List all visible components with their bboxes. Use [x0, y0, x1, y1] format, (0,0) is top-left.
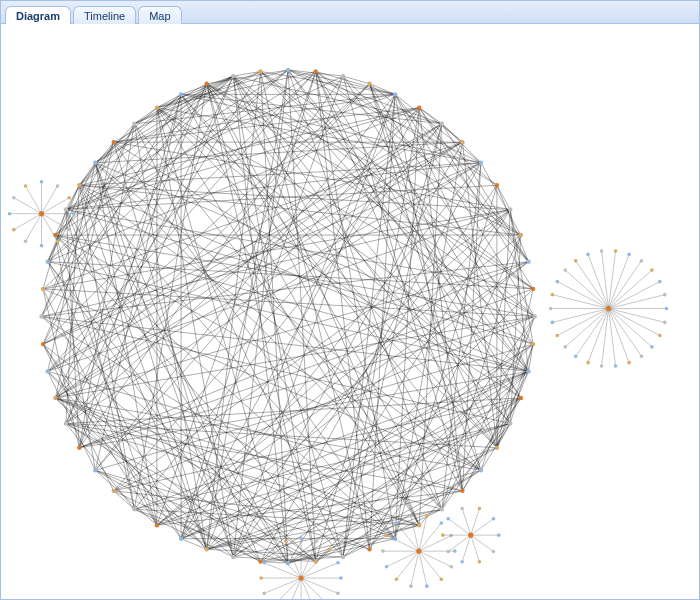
svg-point-429 — [67, 196, 71, 200]
svg-point-367 — [519, 396, 523, 400]
svg-line-287 — [207, 71, 261, 549]
svg-line-145 — [233, 76, 533, 289]
svg-point-400 — [132, 121, 136, 125]
svg-point-369 — [495, 445, 499, 449]
svg-point-368 — [508, 421, 512, 425]
svg-point-384 — [132, 507, 136, 511]
svg-point-382 — [179, 536, 183, 540]
svg-line-327 — [48, 76, 234, 262]
svg-point-551 — [478, 560, 482, 564]
svg-point-436 — [658, 334, 662, 338]
svg-point-557 — [441, 533, 445, 537]
svg-point-373 — [417, 523, 421, 527]
svg-point-444 — [614, 364, 618, 368]
svg-point-507 — [284, 539, 288, 543]
svg-line-552 — [462, 535, 471, 562]
svg-point-388 — [64, 421, 68, 425]
svg-point-516 — [298, 575, 303, 580]
svg-line-307 — [66, 209, 79, 447]
svg-point-419 — [8, 212, 12, 216]
svg-point-542 — [439, 521, 443, 525]
svg-line-98 — [442, 163, 481, 510]
svg-point-378 — [286, 561, 290, 565]
svg-point-462 — [555, 280, 559, 284]
svg-line-107 — [181, 94, 481, 162]
svg-point-401 — [155, 105, 159, 109]
svg-point-503 — [262, 561, 266, 565]
svg-point-466 — [574, 259, 578, 263]
svg-line-554 — [448, 535, 471, 551]
svg-line-252 — [134, 124, 343, 557]
svg-point-524 — [425, 584, 429, 588]
svg-point-442 — [627, 361, 631, 365]
svg-line-317 — [48, 163, 96, 372]
tab-map[interactable]: Map — [138, 6, 181, 24]
svg-point-487 — [336, 592, 340, 596]
svg-line-275 — [134, 509, 233, 557]
svg-line-294 — [55, 235, 157, 525]
svg-line-529 — [387, 551, 419, 567]
svg-point-559 — [446, 517, 450, 521]
svg-line-311 — [66, 185, 79, 423]
svg-line-276 — [55, 398, 233, 557]
svg-point-366 — [526, 369, 530, 373]
svg-point-402 — [179, 92, 183, 96]
svg-line-292 — [43, 344, 157, 525]
svg-line-1 — [288, 70, 395, 94]
svg-point-389 — [53, 396, 57, 400]
svg-point-396 — [64, 207, 68, 211]
svg-point-379 — [258, 559, 262, 563]
svg-point-538 — [409, 514, 413, 518]
svg-point-385 — [112, 489, 116, 493]
svg-line-344 — [134, 76, 233, 124]
svg-point-399 — [112, 140, 116, 144]
svg-point-371 — [460, 489, 464, 493]
svg-line-550 — [471, 535, 480, 562]
svg-point-392 — [39, 314, 43, 318]
svg-point-460 — [551, 293, 555, 297]
svg-point-383 — [155, 523, 159, 527]
svg-point-352 — [341, 74, 345, 78]
svg-point-354 — [393, 92, 397, 96]
svg-line-420 — [14, 198, 42, 214]
tab-label: Map — [149, 10, 170, 22]
svg-point-448 — [586, 361, 590, 365]
svg-point-474 — [627, 253, 631, 257]
svg-point-520 — [449, 565, 453, 569]
svg-line-108 — [497, 185, 510, 209]
svg-point-356 — [440, 121, 444, 125]
svg-line-416 — [14, 214, 42, 230]
svg-point-381 — [204, 547, 208, 551]
tab-label: Diagram — [16, 10, 60, 22]
svg-point-478 — [650, 268, 654, 272]
tab-timeline[interactable]: Timeline — [73, 6, 136, 24]
svg-point-376 — [341, 555, 345, 559]
svg-line-291 — [95, 470, 157, 525]
svg-point-386 — [93, 468, 97, 472]
svg-point-361 — [519, 233, 523, 237]
svg-line-194 — [419, 423, 510, 525]
svg-point-355 — [417, 105, 421, 109]
svg-point-545 — [416, 548, 421, 553]
svg-point-430 — [39, 211, 44, 216]
svg-point-561 — [460, 507, 464, 511]
svg-point-350 — [286, 68, 290, 72]
svg-point-403 — [204, 82, 208, 86]
svg-point-360 — [508, 207, 512, 211]
graph-canvas[interactable] — [1, 24, 699, 599]
svg-point-526 — [409, 584, 413, 588]
svg-point-405 — [258, 69, 262, 73]
svg-point-398 — [93, 161, 97, 165]
svg-point-421 — [12, 196, 16, 200]
svg-line-140 — [260, 289, 533, 562]
svg-point-544 — [449, 534, 453, 538]
svg-point-530 — [385, 565, 389, 569]
svg-line-408 — [42, 214, 70, 230]
tab-label: Timeline — [84, 10, 125, 22]
svg-point-394 — [46, 259, 50, 263]
svg-point-446 — [600, 364, 604, 368]
svg-line-335 — [79, 94, 181, 185]
svg-line-414 — [26, 214, 42, 242]
svg-point-534 — [385, 534, 389, 538]
tab-diagram[interactable]: Diagram — [5, 6, 71, 24]
